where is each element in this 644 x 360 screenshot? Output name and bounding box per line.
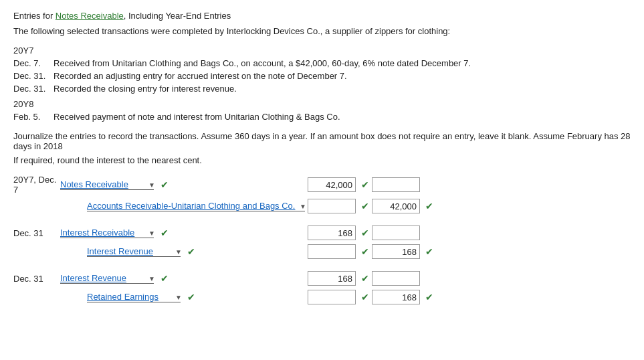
check-icon-debit-3: ✔ xyxy=(361,273,369,284)
year-2018: 20Y8 xyxy=(13,99,631,109)
date-feb5: Feb. 5. xyxy=(13,112,53,122)
debit-amount-col-1b: ✔ xyxy=(308,199,369,213)
check-icon-debit-1b: ✔ xyxy=(361,201,369,211)
transactions-section: 20Y7 Dec. 7. Received from Unitarian Clo… xyxy=(13,46,631,122)
account-col-interest-revenue-1: Interest Revenue ▼ ✔ xyxy=(60,246,301,257)
description-text: The following selected transactions were… xyxy=(13,26,631,36)
check-icon-credit-3b: ✔ xyxy=(425,292,433,302)
journal-row-1-credit: Accounts Receivable-Unitarian Clothing a… xyxy=(13,199,631,213)
check-icon-debit-3b: ✔ xyxy=(361,292,369,302)
check-icon-3b: ✔ xyxy=(187,292,195,302)
notes-receivable-link[interactable]: Notes Receivable xyxy=(56,11,124,21)
debit-amount-retained-earnings[interactable] xyxy=(308,290,356,304)
credit-amount-col-1b: ✔ xyxy=(372,199,433,213)
journal-row-2-debit: Dec. 31 Interest Receivable ▼ ✔ ✔ xyxy=(13,226,631,240)
journalize-note: Journalize the entries to record the tra… xyxy=(13,131,631,151)
credit-amount-notes-receivable[interactable] xyxy=(372,177,420,192)
check-icon-2: ✔ xyxy=(160,228,169,238)
entries-header: Entries for Notes Receivable, Including … xyxy=(13,11,631,21)
account-select-ar[interactable]: Accounts Receivable-Unitarian Clothing a… xyxy=(87,201,305,211)
journal-row-2-credit: Interest Revenue ▼ ✔ ✔ ✔ xyxy=(13,244,631,259)
journal-date-2: Dec. 31 xyxy=(13,228,60,238)
debit-amount-notes-receivable[interactable] xyxy=(308,177,356,192)
credit-amount-col-1 xyxy=(372,177,420,192)
text-feb5: Received payment of note and interest fr… xyxy=(53,112,631,122)
date-dec31-1: Dec. 31. xyxy=(13,71,53,81)
credit-amount-ar[interactable] xyxy=(372,199,420,213)
journal-entry-1: 20Y7, Dec. 7 Notes Receivable ▼ ✔ ✔ Acco… xyxy=(13,175,631,213)
debit-amount-ar[interactable] xyxy=(308,199,356,213)
account-col-retained-earnings: Retained Earnings ▼ ✔ xyxy=(60,292,301,302)
account-col-notes-receivable: Notes Receivable ▼ ✔ xyxy=(60,179,301,190)
account-col-interest-receivable: Interest Receivable ▼ ✔ xyxy=(60,228,301,238)
debit-amount-interest-receivable[interactable] xyxy=(308,226,356,240)
journal-date-1: 20Y7, Dec. 7 xyxy=(13,175,60,195)
journal-row-1-debit: 20Y7, Dec. 7 Notes Receivable ▼ ✔ ✔ xyxy=(13,175,631,195)
credit-amount-col-3 xyxy=(372,271,420,286)
credit-amount-col-3b: ✔ xyxy=(372,290,433,304)
check-icon-credit-2b: ✔ xyxy=(425,246,433,257)
journal-date-3: Dec. 31 xyxy=(13,274,60,284)
account-col-ar: Accounts Receivable-Unitarian Clothing a… xyxy=(60,201,301,211)
transaction-dec31-close: Dec. 31. Recorded the closing entry for … xyxy=(13,84,631,94)
journal-entry-3: Dec. 31 Interest Revenue ▼ ✔ ✔ Retained … xyxy=(13,271,631,304)
debit-amount-col-3: ✔ xyxy=(308,271,369,286)
date-dec7: Dec. 7. xyxy=(13,58,53,68)
check-icon-debit-2: ✔ xyxy=(361,228,369,238)
debit-amount-col-3b: ✔ xyxy=(308,290,369,304)
check-icon-1: ✔ xyxy=(160,179,169,190)
journal-row-3-credit: Retained Earnings ▼ ✔ ✔ ✔ xyxy=(13,290,631,304)
text-dec31-1: Recorded an adjusting entry for accrued … xyxy=(53,71,631,81)
round-note: If required, round the interest to the n… xyxy=(13,155,631,165)
text-dec31-2: Recorded the closing entry for interest … xyxy=(53,84,631,94)
date-dec31-2: Dec. 31. xyxy=(13,84,53,94)
account-select-interest-revenue-1[interactable]: Interest Revenue xyxy=(87,246,181,257)
account-select-interest-revenue-2[interactable]: Interest Revenue xyxy=(60,273,154,284)
journal-entry-2: Dec. 31 Interest Receivable ▼ ✔ ✔ Intere… xyxy=(13,226,631,259)
account-col-interest-revenue-2: Interest Revenue ▼ ✔ xyxy=(60,273,301,284)
debit-amount-col-1: ✔ xyxy=(308,177,369,192)
debit-amount-interest-revenue-2[interactable] xyxy=(308,271,356,286)
transaction-dec7: Dec. 7. Received from Unitarian Clothing… xyxy=(13,58,631,68)
credit-amount-col-2 xyxy=(372,226,420,240)
header-prefix: Entries for xyxy=(13,11,56,21)
debit-amount-col-2: ✔ xyxy=(308,226,369,240)
transaction-dec31-adjust: Dec. 31. Recorded an adjusting entry for… xyxy=(13,71,631,81)
transaction-feb5: Feb. 5. Received payment of note and int… xyxy=(13,112,631,122)
debit-amount-col-2b: ✔ xyxy=(308,244,369,259)
journal-row-3-debit: Dec. 31 Interest Revenue ▼ ✔ ✔ xyxy=(13,271,631,286)
credit-amount-retained-earnings[interactable] xyxy=(372,290,420,304)
debit-amount-interest-revenue-1[interactable] xyxy=(308,244,356,259)
check-icon-debit-1: ✔ xyxy=(361,179,369,190)
credit-amount-interest-receivable[interactable] xyxy=(372,226,420,240)
credit-amount-interest-revenue-1[interactable] xyxy=(372,244,420,259)
check-icon-2b: ✔ xyxy=(187,246,195,257)
account-select-notes-receivable[interactable]: Notes Receivable xyxy=(60,179,154,190)
check-icon-credit-1b: ✔ xyxy=(425,201,433,211)
header-suffix: , Including Year-End Entries xyxy=(124,11,231,21)
year-2017: 20Y7 xyxy=(13,46,631,56)
credit-amount-col-2b: ✔ xyxy=(372,244,433,259)
check-icon-debit-2b: ✔ xyxy=(361,246,369,257)
text-dec7: Received from Unitarian Clothing and Bag… xyxy=(53,58,631,68)
credit-amount-interest-revenue-2[interactable] xyxy=(372,271,420,286)
account-select-retained-earnings[interactable]: Retained Earnings xyxy=(87,292,181,302)
account-select-interest-receivable[interactable]: Interest Receivable xyxy=(60,228,154,238)
check-icon-3: ✔ xyxy=(160,273,169,284)
